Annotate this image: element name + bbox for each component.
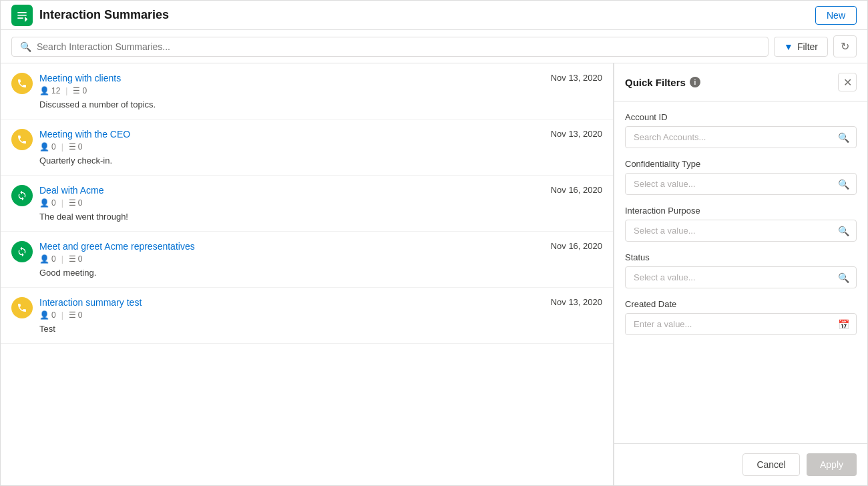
created-date-input-wrapper: 📅 bbox=[625, 313, 857, 335]
item-title[interactable]: Meeting with clients bbox=[39, 73, 121, 83]
item-date: Nov 13, 2020 bbox=[551, 73, 602, 83]
notes-icon: ☰ bbox=[73, 86, 80, 95]
item-description: Test bbox=[39, 324, 602, 334]
item-info: Meeting with the CEO 👤 0 | ☰ 0 bbox=[39, 129, 130, 152]
filters-title-text: Quick Filters bbox=[625, 77, 686, 88]
list-item-header: Meeting with the CEO 👤 0 | ☰ 0 bbox=[11, 129, 602, 152]
item-date: Nov 13, 2020 bbox=[551, 129, 602, 139]
list-item-header: Meeting with clients 👤 12 | ☰ 0 bbox=[11, 73, 602, 95]
purpose-filter: Interaction Purpose 🔍 bbox=[625, 206, 857, 242]
list-item-left: Interaction summary test 👤 0 | ☰ 0 bbox=[11, 297, 142, 320]
item-title[interactable]: Deal with Acme bbox=[39, 185, 103, 196]
item-info: Deal with Acme 👤 0 | ☰ 0 bbox=[39, 185, 103, 208]
main-content: Meeting with clients 👤 12 | ☰ 0 bbox=[1, 63, 867, 485]
notes-count: ☰ 0 bbox=[73, 86, 87, 95]
people-count: 👤 12 bbox=[39, 86, 60, 95]
confidentiality-label: Confidentiality Type bbox=[625, 159, 857, 169]
search-bar: 🔍 ▼ Filter ↻ bbox=[1, 30, 867, 63]
notes-count: ☰ 0 bbox=[69, 198, 83, 208]
calendar-icon[interactable]: 📅 bbox=[831, 319, 856, 330]
account-id-input[interactable] bbox=[626, 127, 831, 148]
list-item[interactable]: Meeting with the CEO 👤 0 | ☰ 0 bbox=[1, 119, 613, 176]
list-item[interactable]: Interaction summary test 👤 0 | ☰ 0 bbox=[1, 288, 613, 344]
confidentiality-input[interactable] bbox=[626, 174, 831, 194]
created-date-label: Created Date bbox=[625, 299, 857, 309]
list-item[interactable]: Meet and greet Acme representatives 👤 0 … bbox=[1, 232, 613, 288]
created-date-input[interactable] bbox=[626, 314, 831, 334]
status-input[interactable] bbox=[626, 267, 831, 288]
notes-count-value: 0 bbox=[78, 198, 83, 208]
people-icon: 👤 bbox=[39, 198, 49, 208]
item-type-icon bbox=[11, 241, 33, 262]
list-item[interactable]: Deal with Acme 👤 0 | ☰ 0 bbox=[1, 176, 613, 232]
filters-title: Quick Filters i bbox=[625, 77, 700, 88]
filters-panel: Quick Filters i ✕ Account ID 🔍 Confident… bbox=[614, 63, 867, 485]
search-icon: 🔍 bbox=[20, 41, 31, 52]
search-input[interactable] bbox=[37, 41, 760, 52]
list-item-header: Deal with Acme 👤 0 | ☰ 0 bbox=[11, 185, 602, 208]
status-input-wrapper: 🔍 bbox=[625, 266, 857, 288]
item-type-icon bbox=[11, 185, 33, 206]
people-count-value: 0 bbox=[51, 254, 56, 264]
item-date: Nov 13, 2020 bbox=[551, 297, 602, 307]
account-id-input-wrapper: 🔍 bbox=[625, 126, 857, 148]
item-meta: 👤 0 | ☰ 0 bbox=[39, 142, 130, 152]
list-item[interactable]: Meeting with clients 👤 12 | ☰ 0 bbox=[1, 63, 613, 119]
purpose-label: Interaction Purpose bbox=[625, 206, 857, 216]
cancel-button[interactable]: Cancel bbox=[742, 453, 800, 476]
item-meta: 👤 0 | ☰ 0 bbox=[39, 198, 103, 208]
people-count-value: 12 bbox=[51, 86, 60, 95]
list-item-left: Deal with Acme 👤 0 | ☰ 0 bbox=[11, 185, 103, 208]
info-icon: i bbox=[690, 77, 700, 87]
item-info: Interaction summary test 👤 0 | ☰ 0 bbox=[39, 297, 142, 320]
account-search-icon: 🔍 bbox=[831, 132, 856, 143]
account-id-label: Account ID bbox=[625, 112, 857, 122]
item-type-icon bbox=[11, 73, 33, 94]
people-count: 👤 0 bbox=[39, 310, 56, 320]
confidentiality-filter: Confidentiality Type 🔍 bbox=[625, 159, 857, 195]
app-logo-icon bbox=[11, 5, 33, 26]
notes-icon: ☰ bbox=[69, 310, 76, 320]
new-button[interactable]: New bbox=[815, 6, 857, 25]
refresh-button[interactable]: ↻ bbox=[833, 35, 857, 57]
people-count: 👤 0 bbox=[39, 198, 56, 208]
apply-button[interactable]: Apply bbox=[807, 453, 857, 476]
header-left: Interaction Summaries bbox=[11, 5, 169, 26]
item-info: Meet and greet Acme representatives 👤 0 … bbox=[39, 241, 195, 264]
notes-icon: ☰ bbox=[69, 198, 76, 208]
item-description: The deal went through! bbox=[39, 212, 602, 222]
item-title[interactable]: Meeting with the CEO bbox=[39, 129, 130, 140]
app-header: Interaction Summaries New bbox=[1, 1, 867, 30]
people-icon: 👤 bbox=[39, 142, 49, 152]
item-title[interactable]: Meet and greet Acme representatives bbox=[39, 241, 195, 252]
status-search-icon: 🔍 bbox=[831, 272, 856, 283]
notes-count-value: 0 bbox=[78, 142, 83, 152]
notes-count: ☰ 0 bbox=[69, 142, 83, 152]
item-info: Meeting with clients 👤 12 | ☰ 0 bbox=[39, 73, 121, 95]
item-description: Good meeting. bbox=[39, 268, 602, 278]
item-type-icon bbox=[11, 129, 33, 150]
status-filter: Status 🔍 bbox=[625, 252, 857, 288]
list-item-left: Meet and greet Acme representatives 👤 0 … bbox=[11, 241, 195, 264]
people-count: 👤 0 bbox=[39, 254, 56, 264]
people-count: 👤 0 bbox=[39, 142, 56, 152]
people-icon: 👤 bbox=[39, 254, 49, 264]
filter-button[interactable]: ▼ Filter bbox=[774, 37, 828, 57]
item-date: Nov 16, 2020 bbox=[551, 185, 602, 195]
people-icon: 👤 bbox=[39, 310, 49, 320]
filter-icon: ▼ bbox=[784, 41, 793, 52]
created-date-filter: Created Date 📅 bbox=[625, 299, 857, 335]
filters-body: Account ID 🔍 Confidentiality Type 🔍 Inte… bbox=[614, 101, 867, 443]
purpose-input[interactable] bbox=[626, 220, 831, 241]
list-item-left: Meeting with clients 👤 12 | ☰ 0 bbox=[11, 73, 121, 95]
item-description: Quarterly check-in. bbox=[39, 156, 602, 166]
notes-count: ☰ 0 bbox=[69, 310, 83, 320]
item-meta: 👤 0 | ☰ 0 bbox=[39, 254, 195, 264]
filter-label: Filter bbox=[797, 41, 818, 52]
notes-count: ☰ 0 bbox=[69, 254, 83, 264]
item-title[interactable]: Interaction summary test bbox=[39, 297, 142, 308]
close-filters-button[interactable]: ✕ bbox=[838, 73, 857, 91]
list-item-header: Interaction summary test 👤 0 | ☰ 0 bbox=[11, 297, 602, 320]
meta-separator: | bbox=[65, 86, 67, 95]
people-count-value: 0 bbox=[51, 142, 56, 152]
